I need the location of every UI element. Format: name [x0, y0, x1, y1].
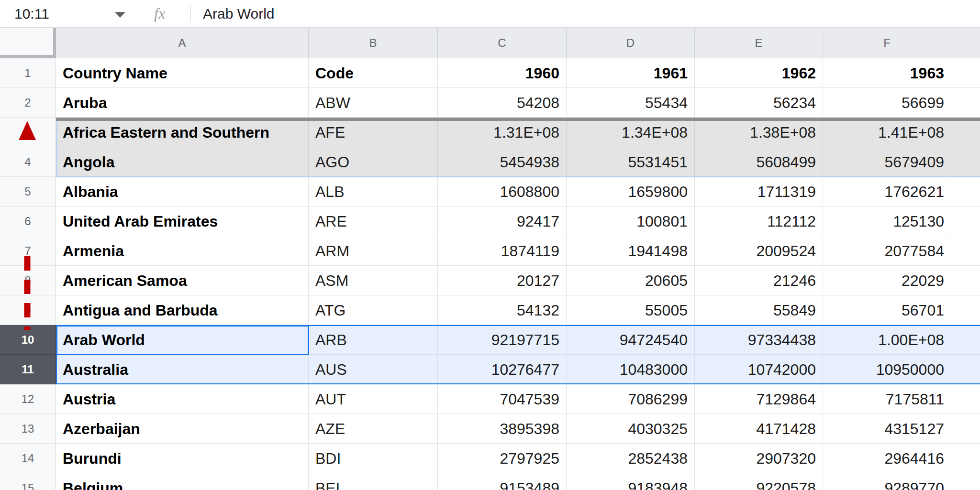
cell-A1[interactable]: Country Name: [56, 58, 309, 88]
cell-C1[interactable]: 1960: [438, 58, 567, 88]
row-header-2[interactable]: 2: [0, 88, 56, 118]
cell-G2[interactable]: [951, 88, 980, 118]
cell-E15[interactable]: 9220578: [695, 473, 823, 490]
cell-F7[interactable]: 2077584: [823, 236, 951, 266]
cell-A7[interactable]: Armenia: [56, 236, 309, 266]
cell-A12[interactable]: Austria: [56, 384, 309, 414]
cell-B8[interactable]: ASM: [309, 266, 438, 295]
cell-A11[interactable]: Australia: [56, 355, 309, 384]
row-header-6[interactable]: 6: [0, 207, 56, 236]
cell-G5[interactable]: [951, 177, 980, 207]
cell-D7[interactable]: 1941498: [567, 236, 695, 266]
cell-B4[interactable]: AGO: [309, 147, 438, 177]
cell-B13[interactable]: AZE: [309, 414, 438, 444]
cell-G8[interactable]: [951, 266, 980, 295]
cell-D2[interactable]: 55434: [567, 88, 695, 118]
cell-A2[interactable]: Aruba: [56, 88, 309, 118]
row-header-12[interactable]: 12: [0, 384, 56, 414]
cell-E13[interactable]: 4171428: [695, 414, 823, 444]
row-header-9[interactable]: 9: [0, 295, 56, 325]
chevron-down-icon[interactable]: [115, 12, 125, 18]
cell-F10[interactable]: 1.00E+08: [823, 325, 951, 355]
cell-G1[interactable]: [951, 58, 980, 88]
cell-B7[interactable]: ARM: [309, 236, 438, 266]
cell-F3[interactable]: 1.41E+08: [823, 118, 951, 147]
cell-D3[interactable]: 1.34E+08: [567, 118, 695, 147]
cell-E1[interactable]: 1962: [695, 58, 823, 88]
cell-B3[interactable]: AFE: [309, 118, 438, 147]
cell-F9[interactable]: 56701: [823, 295, 951, 325]
cell-E12[interactable]: 7129864: [695, 384, 823, 414]
cell-F5[interactable]: 1762621: [823, 177, 951, 207]
cell-E5[interactable]: 1711319: [695, 177, 823, 207]
cell-E3[interactable]: 1.38E+08: [695, 118, 823, 147]
cell-C3[interactable]: 1.31E+08: [438, 118, 567, 147]
cell-E4[interactable]: 5608499: [695, 147, 823, 177]
cell-B5[interactable]: ALB: [309, 177, 438, 207]
cell-E9[interactable]: 55849: [695, 295, 823, 325]
row-header-3[interactable]: 3: [0, 118, 56, 147]
cell-B2[interactable]: ABW: [309, 88, 438, 118]
cell-A10[interactable]: Arab World: [56, 325, 309, 355]
cell-F13[interactable]: 4315127: [823, 414, 951, 444]
row-header-5[interactable]: 5: [0, 177, 56, 207]
cell-E8[interactable]: 21246: [695, 266, 823, 295]
cell-G12[interactable]: [951, 384, 980, 414]
cell-D15[interactable]: 9183948: [567, 473, 695, 490]
cell-D6[interactable]: 100801: [567, 207, 695, 236]
cell-D9[interactable]: 55005: [567, 295, 695, 325]
cell-C15[interactable]: 9153489: [438, 473, 567, 490]
cell-D1[interactable]: 1961: [567, 58, 695, 88]
cell-B14[interactable]: BDI: [309, 444, 438, 473]
cell-F1[interactable]: 1963: [823, 58, 951, 88]
cell-D5[interactable]: 1659800: [567, 177, 695, 207]
column-header-A[interactable]: A: [56, 28, 309, 58]
cell-G10[interactable]: [951, 325, 980, 355]
cell-A15[interactable]: Belgium: [56, 473, 309, 490]
cell-A6[interactable]: United Arab Emirates: [56, 207, 309, 236]
cell-E6[interactable]: 112112: [695, 207, 823, 236]
cell-B10[interactable]: ARB: [309, 325, 438, 355]
cell-C4[interactable]: 5454938: [438, 147, 567, 177]
cell-C13[interactable]: 3895398: [438, 414, 567, 444]
column-header-F[interactable]: F: [823, 28, 951, 58]
cell-D8[interactable]: 20605: [567, 266, 695, 295]
cell-F11[interactable]: 10950000: [823, 355, 951, 384]
cell-F4[interactable]: 5679409: [823, 147, 951, 177]
cell-D4[interactable]: 5531451: [567, 147, 695, 177]
cell-A9[interactable]: Antigua and Barbuda: [56, 295, 309, 325]
select-all-corner[interactable]: [0, 28, 56, 58]
cell-C9[interactable]: 54132: [438, 295, 567, 325]
cell-F6[interactable]: 125130: [823, 207, 951, 236]
cell-G15[interactable]: [951, 473, 980, 490]
cell-D12[interactable]: 7086299: [567, 384, 695, 414]
cell-G3[interactable]: [951, 118, 980, 147]
cell-F15[interactable]: 9289770: [823, 473, 951, 490]
cell-C6[interactable]: 92417: [438, 207, 567, 236]
cell-F12[interactable]: 7175811: [823, 384, 951, 414]
row-header-15[interactable]: 15: [0, 473, 56, 490]
column-header-C[interactable]: C: [438, 28, 567, 58]
row-header-11[interactable]: 11: [0, 355, 56, 384]
row-header-14[interactable]: 14: [0, 444, 56, 473]
column-header-B[interactable]: B: [309, 28, 438, 58]
cell-C14[interactable]: 2797925: [438, 444, 567, 473]
cell-C2[interactable]: 54208: [438, 88, 567, 118]
cell-A5[interactable]: Albania: [56, 177, 309, 207]
cell-D10[interactable]: 94724540: [567, 325, 695, 355]
cell-A4[interactable]: Angola: [56, 147, 309, 177]
formula-input[interactable]: Arab World: [203, 0, 980, 27]
row-header-10[interactable]: 10: [0, 325, 56, 355]
cell-G11[interactable]: [951, 355, 980, 384]
cell-C11[interactable]: 10276477: [438, 355, 567, 384]
cell-A3[interactable]: Africa Eastern and Southern: [56, 118, 309, 147]
cell-E14[interactable]: 2907320: [695, 444, 823, 473]
cell-A8[interactable]: American Samoa: [56, 266, 309, 295]
row-header-13[interactable]: 13: [0, 414, 56, 444]
cell-F8[interactable]: 22029: [823, 266, 951, 295]
cell-D14[interactable]: 2852438: [567, 444, 695, 473]
cell-E2[interactable]: 56234: [695, 88, 823, 118]
cell-D11[interactable]: 10483000: [567, 355, 695, 384]
cell-D13[interactable]: 4030325: [567, 414, 695, 444]
row-header-1[interactable]: 1: [0, 58, 56, 88]
